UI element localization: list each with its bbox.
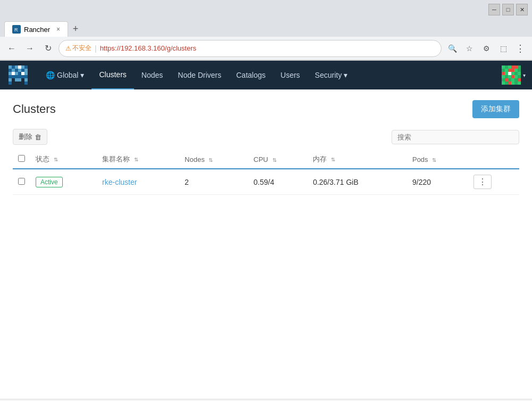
rancher-logo-img — [6, 63, 30, 87]
row-actions-cell: ⋮ — [468, 169, 519, 195]
new-tab-btn[interactable]: + — [68, 22, 83, 37]
maximize-btn[interactable]: □ — [502, 4, 514, 15]
svg-rect-45 — [518, 72, 521, 75]
row-status-cell: Active — [30, 169, 97, 195]
search-input[interactable] — [392, 130, 519, 144]
svg-rect-43 — [511, 72, 514, 75]
browser-menu-btn[interactable]: ⋮ — [513, 41, 528, 56]
cluster-link[interactable]: rke-cluster — [102, 178, 137, 186]
nodes-sort-icon: ⇅ — [209, 157, 213, 163]
svg-rect-51 — [518, 75, 521, 78]
title-bar-controls: ─ □ ✕ — [488, 4, 528, 15]
svg-rect-49 — [511, 75, 514, 78]
svg-rect-35 — [505, 69, 508, 72]
forward-btn[interactable]: → — [22, 41, 37, 56]
status-header-label: 状态 — [36, 155, 49, 163]
svg-rect-11 — [15, 69, 18, 72]
refresh-btn[interactable]: ↻ — [40, 41, 55, 56]
table-toolbar: 删除 🗑 — [13, 129, 519, 145]
svg-rect-12 — [18, 69, 21, 72]
svg-rect-23 — [15, 78, 21, 81]
user-menu-chevron-icon[interactable]: ▾ — [523, 72, 526, 78]
svg-rect-13 — [21, 69, 24, 72]
title-bar: ─ □ ✕ — [0, 0, 532, 19]
svg-rect-22 — [9, 78, 12, 81]
nav-right: ▾ — [502, 66, 526, 85]
browser-tab[interactable]: R Rancher × — [4, 21, 68, 37]
svg-rect-50 — [514, 75, 518, 78]
pods-column-header[interactable]: Pods ⇅ — [407, 150, 468, 169]
svg-rect-17 — [15, 72, 18, 75]
nav-node-drivers-label: Node Drivers — [178, 71, 221, 79]
nav-catalogs[interactable]: Catalogs — [229, 61, 273, 89]
nav-nodes[interactable]: Nodes — [134, 61, 170, 89]
memory-sort-icon: ⇅ — [331, 157, 335, 162]
svg-rect-3 — [9, 66, 12, 69]
search-btn[interactable]: 🔍 — [445, 41, 460, 56]
svg-rect-52 — [502, 78, 505, 81]
svg-rect-8 — [24, 66, 28, 69]
table-row: Active rke-cluster 2 0.59/4 0.26/3.71 Gi… — [13, 169, 519, 195]
pods-sort-icon: ⇅ — [432, 157, 436, 163]
logo — [6, 63, 30, 87]
tab-close-btn[interactable]: × — [56, 26, 60, 33]
svg-rect-61 — [511, 81, 514, 85]
nav-nodes-label: Nodes — [142, 71, 163, 79]
cluster-table: 状态 ⇅ 集群名称 ⇅ Nodes ⇅ CPU ⇅ — [13, 150, 519, 195]
globe-icon: 🌐 — [46, 71, 55, 79]
add-cluster-button[interactable]: 添加集群 — [472, 100, 519, 118]
nav-catalogs-label: Catalogs — [236, 71, 265, 79]
cpu-column-header[interactable]: CPU ⇅ — [248, 150, 308, 169]
delete-label: 删除 — [19, 132, 32, 142]
nav-global[interactable]: 🌐 Global ▾ — [38, 61, 92, 89]
table-header: 状态 ⇅ 集群名称 ⇅ Nodes ⇅ CPU ⇅ — [13, 150, 519, 169]
svg-rect-47 — [505, 75, 508, 78]
row-checkbox[interactable] — [18, 178, 25, 185]
row-actions-button[interactable]: ⋮ — [473, 175, 492, 189]
tab-bar: R Rancher × + — [0, 19, 532, 37]
svg-rect-57 — [518, 78, 521, 81]
select-all-header — [13, 150, 30, 169]
svg-rect-20 — [24, 72, 28, 75]
nav-clusters[interactable]: Clusters — [92, 61, 134, 89]
select-all-checkbox[interactable] — [18, 155, 25, 162]
svg-rect-18 — [18, 72, 21, 75]
svg-rect-21 — [9, 75, 28, 78]
svg-rect-33 — [518, 66, 521, 69]
row-cpu-cell: 0.59/4 — [248, 169, 308, 195]
delete-button[interactable]: 删除 🗑 — [13, 129, 47, 145]
svg-rect-58 — [502, 81, 505, 85]
svg-rect-63 — [518, 81, 521, 85]
svg-rect-56 — [514, 78, 518, 81]
svg-rect-62 — [514, 81, 518, 85]
svg-rect-10 — [12, 69, 15, 72]
svg-rect-7 — [21, 66, 24, 69]
nav-node-drivers[interactable]: Node Drivers — [170, 61, 229, 89]
row-memory-cell: 0.26/3.71 GiB — [307, 169, 407, 195]
back-btn[interactable]: ← — [4, 41, 19, 56]
extensions-btn[interactable]: ⚙ — [479, 41, 494, 56]
svg-rect-55 — [511, 78, 514, 81]
memory-column-header[interactable]: 内存 ⇅ — [307, 150, 407, 169]
user-avatar[interactable] — [502, 66, 521, 85]
address-bar: ← → ↻ ⚠ 不安全 | https://192.168.3.160/g/cl… — [0, 37, 532, 60]
close-btn[interactable]: ✕ — [516, 4, 528, 15]
url-bar[interactable]: ⚠ 不安全 | https://192.168.3.160/g/clusters — [59, 40, 442, 57]
svg-rect-4 — [12, 66, 15, 69]
row-checkbox-cell — [13, 169, 30, 195]
svg-rect-32 — [514, 66, 518, 69]
app: 🌐 Global ▾ Clusters Nodes Node Drivers C… — [0, 61, 532, 401]
minimize-btn[interactable]: ─ — [488, 4, 500, 15]
status-column-header[interactable]: 状态 ⇅ — [30, 150, 97, 169]
svg-rect-54 — [508, 78, 511, 81]
insecure-badge: ⚠ 不安全 — [65, 44, 92, 53]
svg-rect-24 — [24, 78, 28, 81]
row-name-cell: rke-cluster — [97, 169, 179, 195]
nav-security[interactable]: Security ▾ — [307, 61, 355, 89]
cast-btn[interactable]: ⬚ — [496, 41, 511, 56]
bookmark-btn[interactable]: ☆ — [462, 41, 477, 56]
nodes-column-header[interactable]: Nodes ⇅ — [179, 150, 248, 169]
nav-users[interactable]: Users — [273, 61, 307, 89]
name-column-header[interactable]: 集群名称 ⇅ — [97, 150, 179, 169]
svg-text:R: R — [14, 27, 18, 32]
